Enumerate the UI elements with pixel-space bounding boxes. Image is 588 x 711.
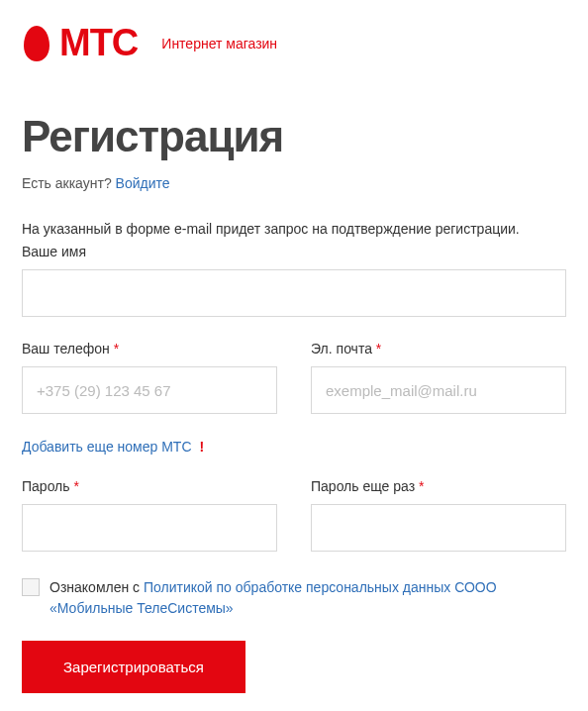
email-field-group: Эл. почта * [311,341,566,414]
name-input[interactable] [22,269,566,317]
consent-row: Ознакомлен с Политикой по обработке перс… [22,577,566,619]
brand-name: МТС [59,22,138,64]
header: МТС Интернет магазин [22,22,566,64]
password-input[interactable] [22,504,277,552]
login-link[interactable]: Войдите [116,175,170,191]
consent-checkbox[interactable] [22,578,40,596]
email-input[interactable] [311,366,566,414]
phone-field-group: Ваш телефон * [22,341,277,414]
add-phone-label: Добавить еще номер МТС [22,439,192,455]
warning-icon: ! [200,439,205,455]
mts-logo-icon [22,24,51,63]
info-text: На указанный в форме e-mail придет запро… [22,219,566,240]
password-confirm-input[interactable] [311,504,566,552]
password-label: Пароль * [22,478,277,494]
name-field-group: Ваше имя [22,244,566,317]
phone-label: Ваш телефон * [22,341,277,356]
password-confirm-field-group: Пароль еще раз * [311,478,566,552]
email-label: Эл. почта * [311,341,566,356]
consent-prefix: Ознакомлен с [49,579,144,595]
submit-button[interactable]: Зарегистрироваться [22,641,245,693]
password-confirm-label: Пароль еще раз * [311,478,566,494]
brand-tagline: Интернет магазин [161,36,277,51]
phone-input[interactable] [22,366,277,414]
login-prompt-text: Есть аккаунт? [22,175,116,191]
add-phone-link[interactable]: Добавить еще номер МТС ! [22,439,204,455]
consent-label: Ознакомлен с Политикой по обработке перс… [49,577,566,619]
password-field-group: Пароль * [22,478,277,552]
brand-logo[interactable]: МТС [22,22,138,64]
page-title: Регистрация [22,112,566,161]
login-prompt: Есть аккаунт? Войдите [22,175,566,191]
name-label: Ваше имя [22,244,566,259]
